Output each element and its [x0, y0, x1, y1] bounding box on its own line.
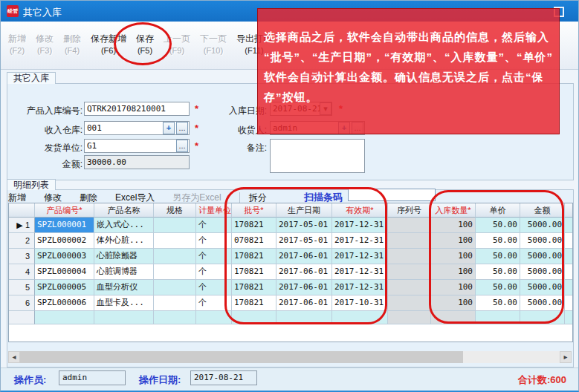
cell-price[interactable] [476, 311, 520, 324]
cell-unit[interactable] [196, 311, 232, 324]
column-header-serial[interactable]: 序列号 [388, 203, 431, 218]
table-row[interactable]: 5SPZL000005血型分析仪个1708212017-06-012017-12… [9, 280, 572, 295]
scan-barcode-input[interactable] [348, 189, 436, 201]
tab-detail-list[interactable]: 明细列表 [7, 179, 56, 190]
cell-price[interactable]: 50.00 [476, 233, 520, 249]
cell-serial[interactable] [388, 249, 431, 264]
cell-unit[interactable]: 个 [196, 280, 232, 295]
cell-spec[interactable] [154, 311, 196, 324]
cell-amount[interactable] [520, 311, 565, 324]
cell-exp[interactable]: 2017-12-31 [332, 218, 388, 233]
cell-unit[interactable]: 个 [196, 233, 232, 249]
detail-button-add[interactable]: 新增 [8, 192, 26, 204]
cell-batch[interactable] [232, 311, 276, 324]
cell-serial[interactable] [388, 295, 431, 311]
cell-amount[interactable]: 5000.00 [520, 233, 565, 249]
cell-amount[interactable]: 5000.00 [520, 295, 565, 311]
table-row[interactable]: 6SPZL000006血型卡及...个1708212017-06-012017-… [9, 295, 572, 311]
detail-button-excel-import[interactable]: Excel导入 [115, 192, 155, 204]
cell-price[interactable]: 50.00 [476, 249, 520, 264]
cell-unit[interactable]: 个 [196, 295, 232, 311]
grid-new-row[interactable] [9, 311, 572, 324]
column-header-name[interactable]: 产品名称 [94, 203, 154, 218]
cell-price[interactable]: 50.00 [476, 218, 520, 233]
cell-code[interactable] [35, 311, 94, 324]
supplier-field[interactable] [84, 139, 190, 153]
product-entry-no-field[interactable] [84, 102, 190, 116]
cell-price[interactable]: 50.00 [476, 264, 520, 280]
table-row[interactable]: ▶ 1SPZL000001嵌入式心...个1708212017-05-01201… [9, 218, 572, 233]
cell-qty[interactable]: 100 [431, 295, 476, 311]
cell-name[interactable]: 嵌入式心... [94, 218, 154, 233]
cell-unit[interactable]: 个 [196, 264, 232, 280]
cell-note[interactable] [565, 295, 573, 311]
cell-code[interactable]: SPZL000001 [35, 218, 94, 233]
scrollbar-thumb[interactable] [20, 351, 463, 363]
detail-button-edit[interactable]: 修改 [44, 192, 62, 204]
table-row[interactable]: 4SPZL000004心脏调博器个1708212017-06-012017-12… [9, 264, 572, 280]
cell-spec[interactable] [154, 249, 196, 264]
cell-prod[interactable] [276, 311, 332, 324]
cell-code[interactable]: SPZL000006 [35, 295, 94, 311]
cell-spec[interactable] [154, 264, 196, 280]
cell-batch[interactable]: 170821 [232, 264, 276, 280]
table-row[interactable]: 2SPZL000002体外心脏...个0708212017-05-012017-… [9, 233, 572, 249]
column-header-note[interactable]: 注释 [565, 203, 573, 218]
cell-spec[interactable] [154, 218, 196, 233]
column-header-qty[interactable]: 入库数量* [431, 203, 476, 218]
column-header-batch[interactable]: 批号* [232, 203, 276, 218]
cell-exp[interactable]: 2017-12-31 [332, 233, 388, 249]
cell-price[interactable]: 50.00 [476, 295, 520, 311]
cell-batch[interactable]: 170821 [232, 280, 276, 295]
cell-batch[interactable]: 070821 [232, 233, 276, 249]
cell-name[interactable]: 体外心脏... [94, 233, 154, 249]
cell-batch[interactable]: 170821 [232, 218, 276, 233]
cell-amount[interactable]: 5000.00 [520, 264, 565, 280]
cell-qty[interactable]: 100 [431, 264, 476, 280]
row-header[interactable]: ▶ 1 [9, 218, 35, 233]
toolbar-button-save[interactable]: 保存(F5) [132, 30, 158, 59]
cell-code[interactable]: SPZL000002 [35, 233, 94, 249]
cell-code[interactable]: SPZL000003 [35, 249, 94, 264]
cell-qty[interactable]: 100 [431, 249, 476, 264]
column-header-amount[interactable]: 金额 [520, 203, 565, 218]
cell-spec[interactable] [154, 280, 196, 295]
column-header-rowhdr[interactable] [9, 203, 35, 218]
cell-prod[interactable]: 2017-06-01 [276, 280, 332, 295]
cell-prod[interactable]: 2017-06-01 [276, 295, 332, 311]
warehouse-add-icon[interactable]: + [163, 122, 175, 134]
cell-exp[interactable]: 2017-12-31 [332, 280, 388, 295]
cell-batch[interactable]: 170821 [232, 295, 276, 311]
column-header-code[interactable]: 产品编号* [35, 203, 94, 218]
cell-amount[interactable]: 5000.00 [520, 218, 565, 233]
column-header-price[interactable]: 单价 [476, 203, 520, 218]
cell-spec[interactable] [154, 295, 196, 311]
cell-serial[interactable] [388, 280, 431, 295]
cell-serial[interactable] [388, 218, 431, 233]
cell-qty[interactable]: 100 [431, 233, 476, 249]
cell-note[interactable] [565, 311, 573, 324]
cell-name[interactable]: 心脏调博器 [94, 264, 154, 280]
cell-note[interactable] [565, 218, 573, 233]
cell-code[interactable]: SPZL000004 [35, 264, 94, 280]
scroll-right-icon[interactable]: ▸ [560, 351, 572, 363]
cell-exp[interactable]: 2017-10-31 [332, 295, 388, 311]
toolbar-button-save-new[interactable]: 保存新增(F6) [87, 30, 130, 59]
cell-serial[interactable] [388, 233, 431, 249]
cell-note[interactable] [565, 249, 573, 264]
cell-name[interactable]: 心脏除颤器 [94, 249, 154, 264]
column-header-unit[interactable]: 计量单位* [196, 203, 232, 218]
warehouse-browse-button[interactable]: ... [176, 122, 188, 134]
cell-code[interactable]: SPZL000005 [35, 280, 94, 295]
row-header[interactable]: 6 [9, 295, 35, 311]
cell-qty[interactable]: 100 [431, 218, 476, 233]
cell-note[interactable] [565, 280, 573, 295]
cell-unit[interactable]: 个 [196, 249, 232, 264]
row-header[interactable] [9, 311, 35, 324]
tab-qita-ruku[interactable]: 其它入库 [7, 72, 56, 84]
detail-button-split[interactable]: 拆分 [249, 192, 267, 204]
row-header[interactable]: 4 [9, 264, 35, 280]
cell-prod[interactable]: 2017-06-01 [276, 264, 332, 280]
cell-prod[interactable]: 2017-06-01 [276, 249, 332, 264]
column-header-exp[interactable]: 有效期* [332, 203, 388, 218]
